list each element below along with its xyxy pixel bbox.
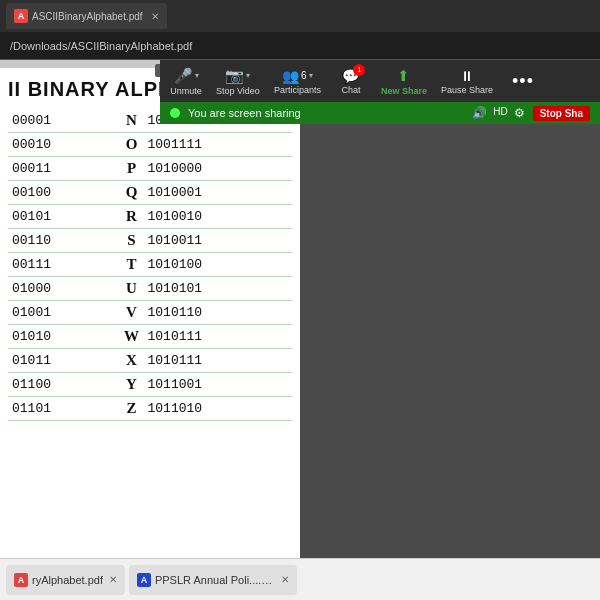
tab-icon-1: A (137, 573, 151, 587)
binary-right: 1010011 (144, 229, 293, 253)
letter-cell: O (120, 133, 144, 157)
pdf-viewer: II BINARY ALPHABET 00001 N 1001110 00010… (0, 60, 300, 558)
tab-label-0: ryAlphabet.pdf (32, 574, 103, 586)
pause-share-label: Pause Share (441, 85, 493, 95)
letter-cell: X (120, 349, 144, 373)
pause-icon: ⏸ (460, 68, 474, 84)
binary-table: 00001 N 1001110 00010 O 1001111 00011 P … (8, 109, 292, 421)
binary-right: 1011001 (144, 373, 293, 397)
browser-tab[interactable]: A ASCIIBinaryAlphabet.pdf ✕ (6, 3, 167, 29)
speaker-icon: 🔊 (472, 106, 487, 120)
binary-right: 1010001 (144, 181, 293, 205)
chat-icon-area: 💬 1 (342, 68, 359, 84)
table-row: 00010 O 1001111 (8, 133, 292, 157)
letter-cell: S (120, 229, 144, 253)
unmute-button[interactable]: 🎤 ▾ Unmute (164, 62, 208, 100)
tab-close-0[interactable]: ✕ (109, 574, 117, 585)
binary-left: 00010 (8, 133, 120, 157)
binary-right: 1010101 (144, 277, 293, 301)
table-row: 01010 W 1010111 (8, 325, 292, 349)
stop-video-button[interactable]: 📷 ▾ Stop Video (210, 62, 266, 100)
more-icon: ••• (512, 71, 534, 92)
letter-cell: T (120, 253, 144, 277)
browser-chrome: A ASCIIBinaryAlphabet.pdf ✕ (0, 0, 600, 32)
binary-left: 00111 (8, 253, 120, 277)
pause-share-button[interactable]: ⏸ Pause Share (435, 62, 499, 100)
more-button[interactable]: ••• (501, 62, 545, 100)
video-caret: ▾ (246, 71, 250, 80)
tab-label-1: PPSLR Annual Poli....pdf (155, 574, 275, 586)
binary-left: 00101 (8, 205, 120, 229)
letter-cell: V (120, 301, 144, 325)
binary-left: 01001 (8, 301, 120, 325)
participants-icon: 👥 (282, 68, 299, 84)
binary-left: 01000 (8, 277, 120, 301)
sharing-icons: 🔊 HD ⚙ (472, 106, 524, 120)
tab-close-1[interactable]: ✕ (281, 574, 289, 585)
letter-cell: Z (120, 397, 144, 421)
table-row: 00101 R 1010010 (8, 205, 292, 229)
binary-left: 00011 (8, 157, 120, 181)
table-row: 01011 X 1010111 (8, 349, 292, 373)
pause-share-icon-area: ⏸ (460, 68, 474, 84)
bottom-tab-1[interactable]: A PPSLR Annual Poli....pdf ✕ (129, 565, 297, 595)
zoom-meeting-bar: 🎤 ▾ Unmute 📷 ▾ Stop Video 👥 6 ▾ Particip… (160, 60, 600, 102)
binary-left: 00100 (8, 181, 120, 205)
tab-close-icon[interactable]: ✕ (151, 11, 159, 22)
settings-icon: ⚙ (514, 106, 525, 120)
participants-icon-area: 👥 6 ▾ (282, 68, 313, 84)
chat-label: Chat (341, 85, 360, 95)
binary-right: 1010110 (144, 301, 293, 325)
binary-left: 00001 (8, 109, 120, 133)
new-share-label: New Share (381, 86, 427, 96)
sharing-text: You are screen sharing (188, 107, 464, 119)
more-icon-area: ••• (512, 71, 534, 92)
letter-cell: P (120, 157, 144, 181)
table-row: 01101 Z 1011010 (8, 397, 292, 421)
hd-icon: HD (493, 106, 507, 120)
binary-left: 01100 (8, 373, 120, 397)
zoom-screen-preview (300, 60, 600, 558)
binary-left: 00110 (8, 229, 120, 253)
letter-cell: Q (120, 181, 144, 205)
table-row: 00100 Q 1010001 (8, 181, 292, 205)
chat-button[interactable]: 💬 1 Chat (329, 62, 373, 100)
table-row: 00011 P 1010000 (8, 157, 292, 181)
tab-label: ASCIIBinaryAlphabet.pdf (32, 11, 143, 22)
participants-caret: ▾ (309, 71, 313, 80)
new-share-button[interactable]: ⬆ New Share (375, 62, 433, 100)
letter-cell: R (120, 205, 144, 229)
unmute-label: Unmute (170, 86, 202, 96)
stop-video-label: Stop Video (216, 86, 260, 96)
binary-left: 01101 (8, 397, 120, 421)
binary-right: 1010000 (144, 157, 293, 181)
binary-right: 1010111 (144, 325, 293, 349)
binary-right: 1011010 (144, 397, 293, 421)
binary-left: 01010 (8, 325, 120, 349)
address-bar[interactable]: /Downloads/ASCIIBinaryAlphabet.pdf (0, 32, 600, 60)
binary-right: 1001111 (144, 133, 293, 157)
participants-button[interactable]: 👥 6 ▾ Participants (268, 62, 327, 100)
table-row: 00111 T 1010100 (8, 253, 292, 277)
letter-cell: W (120, 325, 144, 349)
binary-right: 1010100 (144, 253, 293, 277)
letter-cell: U (120, 277, 144, 301)
mic-icon: 🎤 (174, 67, 193, 85)
binary-right: 1010111 (144, 349, 293, 373)
camera-icon: 📷 (225, 67, 244, 85)
bottom-tabs-bar: A ryAlphabet.pdf ✕ A PPSLR Annual Poli..… (0, 558, 600, 600)
participants-count: 6 (301, 70, 307, 81)
letter-cell: N (120, 109, 144, 133)
tab-favicon: A (14, 9, 28, 23)
tab-icon-0: A (14, 573, 28, 587)
stop-share-button[interactable]: Stop Sha (533, 106, 590, 121)
participants-label: Participants (274, 85, 321, 95)
unmute-icon-area: 🎤 ▾ (174, 67, 199, 85)
binary-left: 01011 (8, 349, 120, 373)
table-row: 01001 V 1010110 (8, 301, 292, 325)
stop-video-icon-area: 📷 ▾ (225, 67, 250, 85)
share-icon: ⬆ (397, 67, 410, 85)
new-share-icon-area: ⬆ (397, 67, 410, 85)
table-row: 01000 U 1010101 (8, 277, 292, 301)
bottom-tab-0[interactable]: A ryAlphabet.pdf ✕ (6, 565, 125, 595)
